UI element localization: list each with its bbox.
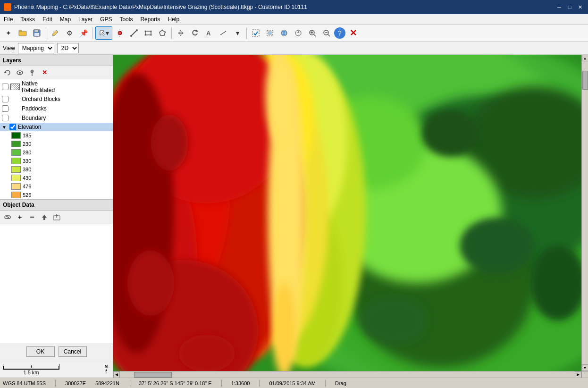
globe-button[interactable] xyxy=(277,26,291,40)
vertical-thumb[interactable] xyxy=(582,71,588,90)
svg-point-20 xyxy=(162,29,163,31)
select-layer-button[interactable] xyxy=(249,26,262,40)
dim-select[interactable]: 2D 3D xyxy=(57,43,79,53)
layer-native-rehabilitated[interactable]: NativeRehabilitated xyxy=(0,79,113,94)
layer-boundary-check[interactable] xyxy=(2,115,8,121)
minimize-button[interactable]: ─ xyxy=(555,3,563,11)
pin-button[interactable]: 📌 xyxy=(77,26,90,40)
menu-map[interactable]: Map xyxy=(56,15,75,24)
layer-visibility-button[interactable] xyxy=(14,67,25,78)
close-button[interactable]: ✕ xyxy=(576,3,584,11)
status-easting: 380027E xyxy=(65,380,86,386)
draw-point-tool[interactable] xyxy=(113,26,126,40)
object-move-up-button[interactable] xyxy=(39,211,50,223)
edit-tool-button[interactable] xyxy=(49,26,62,40)
sep3 xyxy=(171,27,172,39)
draw-poly-tool[interactable] xyxy=(156,26,169,40)
object-export-button[interactable] xyxy=(51,211,62,223)
svg-marker-22 xyxy=(178,30,184,36)
help-button[interactable]: ? xyxy=(334,27,345,39)
svg-point-8 xyxy=(118,31,122,35)
menu-tools[interactable]: Tools xyxy=(116,15,136,24)
close-map-button[interactable]: ✕ xyxy=(346,26,360,40)
menu-edit[interactable]: Edit xyxy=(39,15,56,24)
app-icon xyxy=(4,3,11,11)
select-region-button[interactable] xyxy=(263,26,277,40)
layer-native-rehabilitated-check[interactable] xyxy=(2,84,8,90)
nav-button[interactable] xyxy=(292,26,305,40)
svg-point-16 xyxy=(151,30,152,32)
svg-point-15 xyxy=(145,30,146,32)
menu-gps[interactable]: GPS xyxy=(96,15,116,24)
layers-list: NativeRehabilitated Orchard Blocks Paddo… xyxy=(0,79,113,200)
elev-band-430: 430 xyxy=(0,174,113,182)
layer-paddocks-check[interactable] xyxy=(2,105,8,112)
ok-button[interactable]: OK xyxy=(26,346,55,357)
title-bar: Phoenix Mapping - C:\PxData\8\Example Da… xyxy=(0,0,588,14)
layer-orchard-blocks-label: Orchard Blocks xyxy=(22,96,60,102)
move-tool[interactable] xyxy=(174,26,187,40)
svg-rect-1 xyxy=(19,30,22,32)
layer-elevation[interactable]: ▼ Elevation xyxy=(0,123,113,131)
elev-swatch-430 xyxy=(11,175,21,181)
save-button[interactable] xyxy=(30,26,43,40)
layer-boundary[interactable]: Boundary xyxy=(0,113,113,123)
rotate-tool[interactable] xyxy=(188,26,202,40)
layer-native-rehabilitated-label: NativeRehabilitated xyxy=(22,80,55,93)
scale-bar-area: 1.5 km N xyxy=(0,359,113,378)
svg-point-84 xyxy=(127,250,174,316)
svg-point-21 xyxy=(165,31,166,33)
elevation-expand-icon: ▼ xyxy=(2,125,8,130)
map-vertical-scrollbar[interactable]: ▲ ▼ xyxy=(581,55,588,371)
svg-rect-4 xyxy=(34,33,39,36)
svg-point-85 xyxy=(179,335,235,371)
view-select[interactable]: Mapping Analysis Reports xyxy=(18,43,54,53)
maximize-button[interactable]: □ xyxy=(565,3,574,11)
north-arrow: N xyxy=(102,364,110,373)
status-scale: 1:33600 xyxy=(231,380,250,386)
scroll-up-arrow[interactable]: ▲ xyxy=(582,55,588,61)
scroll-down-arrow[interactable]: ▼ xyxy=(582,364,588,371)
draw-rect-tool[interactable] xyxy=(142,26,155,40)
layer-remove-button[interactable]: ✕ xyxy=(39,67,50,78)
map-horizontal-scrollbar[interactable]: ◀ ▶ xyxy=(113,371,581,378)
menu-layer[interactable]: Layer xyxy=(75,15,96,24)
map-area[interactable]: ▲ ▼ ◀ ▶ xyxy=(113,55,588,378)
menu-reports[interactable]: Reports xyxy=(136,15,164,24)
menu-help[interactable]: Help xyxy=(164,15,183,24)
object-data-content xyxy=(0,224,113,344)
zoom-out-button[interactable] xyxy=(320,26,333,40)
new-button[interactable]: ✦ xyxy=(2,26,15,40)
layer-paddocks[interactable]: Paddocks xyxy=(0,104,113,113)
settings-button[interactable]: ⚙ xyxy=(63,26,76,40)
object-remove-button[interactable]: − xyxy=(26,211,38,223)
boundary-icon xyxy=(10,115,20,121)
svg-point-79 xyxy=(422,110,479,157)
svg-point-12 xyxy=(130,35,132,37)
status-coordinates: 37° 5' 26.26" S 145° 39' 0.18" E xyxy=(139,380,212,386)
elev-swatch-330 xyxy=(11,158,21,164)
menu-tasks[interactable]: Tasks xyxy=(17,15,39,24)
measure-dropdown[interactable]: ▾ xyxy=(231,26,244,40)
menu-file[interactable]: File xyxy=(0,15,17,24)
open-button[interactable] xyxy=(16,26,29,40)
elev-value-280: 280 xyxy=(23,150,31,155)
measure-tool[interactable] xyxy=(217,26,230,40)
layer-pin-button[interactable] xyxy=(26,67,38,78)
object-add-button[interactable]: + xyxy=(14,211,25,223)
layer-orchard-blocks[interactable]: Orchard Blocks xyxy=(0,94,113,104)
text-tool[interactable]: A xyxy=(202,26,216,40)
object-link-button[interactable] xyxy=(2,211,13,223)
layer-orchard-blocks-check[interactable] xyxy=(2,96,8,102)
svg-point-80 xyxy=(460,218,535,274)
cancel-button[interactable]: Cancel xyxy=(59,346,87,357)
horizontal-thumb[interactable] xyxy=(134,372,172,378)
scroll-right-arrow[interactable]: ▶ xyxy=(575,371,581,378)
draw-line-tool[interactable] xyxy=(127,26,141,40)
layer-refresh-button[interactable] xyxy=(2,67,13,78)
elev-value-230: 230 xyxy=(23,141,31,147)
pointer-tool[interactable]: ▾ xyxy=(95,26,112,40)
zoom-in-button[interactable] xyxy=(306,26,319,40)
scroll-left-arrow[interactable]: ◀ xyxy=(113,371,120,378)
layer-elevation-check[interactable] xyxy=(9,124,16,130)
